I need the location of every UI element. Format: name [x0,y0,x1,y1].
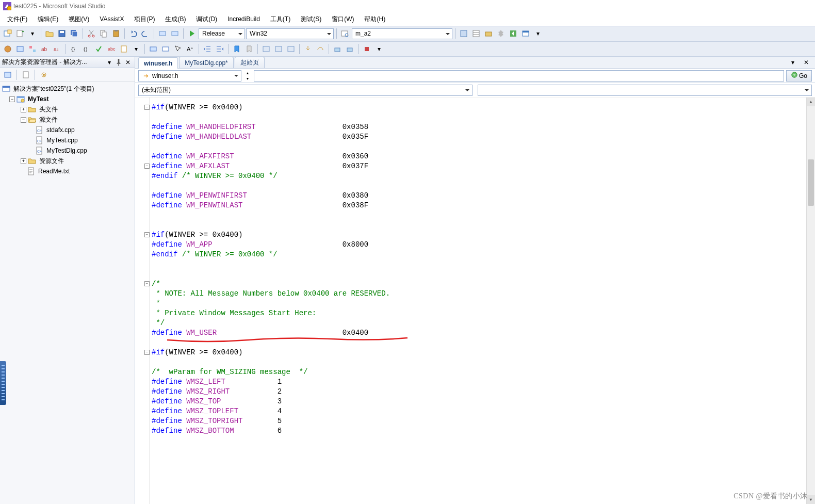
pin-icon[interactable] [114,58,123,67]
toolbox-icon[interactable] [483,28,494,39]
editor-tab[interactable]: 起始页 [235,57,265,68]
save-all-icon[interactable] [69,28,80,39]
search-combo[interactable]: m_a2 [352,28,452,39]
file-combo[interactable]: ➜ winuser.h [138,70,241,82]
close-icon[interactable]: ✕ [123,58,133,67]
tab-dropdown-icon[interactable]: ▾ [787,57,798,68]
paren-icon[interactable]: () [81,43,92,55]
expand-icon[interactable]: + [21,158,26,164]
bookmark-icon[interactable] [231,43,242,55]
paste-icon[interactable] [110,28,122,39]
goto-def-icon[interactable]: ab [39,43,51,55]
spell-icon[interactable]: abc [106,43,117,55]
vertical-scrollbar[interactable]: ▲ ▼ [806,97,815,504]
va-icon[interactable] [2,43,13,55]
class-view-icon[interactable] [14,43,26,55]
bookmark-clear-icon[interactable] [243,43,255,55]
open-icon[interactable] [44,28,55,39]
check-icon[interactable] [93,43,105,55]
fold-toggle[interactable]: − [144,164,150,169]
cursor-icon[interactable] [172,43,184,55]
dropdown-icon[interactable]: ▾ [105,58,114,67]
fold-toggle[interactable]: − [144,281,150,286]
menu-item[interactable]: 帮助(H) [360,13,389,26]
menu-item[interactable]: 窗口(W) [328,13,358,26]
build-icon[interactable] [332,43,343,55]
file-node[interactable]: C+MyTestDlg.cpp [34,145,134,156]
scrollbar-thumb[interactable] [808,159,814,206]
nav-fwd-icon[interactable] [169,28,181,39]
font-inc-icon[interactable]: A+ [185,43,196,55]
undo-icon[interactable] [127,28,139,39]
add-item-icon[interactable] [14,28,26,39]
member-combo-2[interactable] [478,85,812,96]
more3-icon[interactable]: ▾ [373,43,385,55]
menu-item[interactable]: 工具(T) [266,13,295,26]
editor-tab[interactable]: MyTestDlg.cpp* [179,57,233,68]
config-combo[interactable]: Release [199,28,245,39]
doc-icon[interactable] [118,43,129,55]
refresh-icon[interactable] [38,69,50,80]
editor-tab[interactable]: winuser.h [138,57,178,69]
menu-item[interactable]: 视图(V) [64,13,93,26]
options-icon[interactable] [495,28,507,39]
folder-resources[interactable]: +资源文件 [20,156,134,166]
platform-combo[interactable]: Win32 [246,28,334,39]
file-readme[interactable]: ReadMe.txt [20,166,134,176]
folder-headers[interactable]: +头文件 [20,104,134,115]
menu-item[interactable]: 项目(P) [130,13,159,26]
stop-build-icon[interactable] [361,43,372,55]
collapse-icon[interactable]: − [21,117,26,123]
indent-inc-icon[interactable] [214,43,225,55]
nav-prev-icon[interactable]: ▴ [243,70,252,76]
code-editor[interactable]: −−−−− #if(WINVER >= 0x0400) #define WM_H… [135,97,815,504]
more-icon[interactable]: ▾ [532,28,544,39]
brace-icon[interactable]: {} [69,43,80,55]
expand-icon[interactable]: + [21,107,26,112]
goto-impl-icon[interactable]: a↓ [52,43,63,55]
collapse-icon[interactable]: − [9,96,15,102]
solution-explorer-icon[interactable] [458,28,469,39]
fold-toggle[interactable]: − [144,105,150,110]
menu-item[interactable]: 生成(B) [161,13,190,26]
show-all-icon[interactable] [20,69,31,80]
comment-icon[interactable] [148,43,159,55]
menu-item[interactable]: 测试(S) [297,13,325,26]
go-button[interactable]: Go [786,70,812,82]
scroll-down-icon[interactable]: ▼ [807,495,815,504]
find-icon[interactable] [339,28,351,39]
solution-node[interactable]: 解决方案"test0225"(1 个项目) [1,84,134,94]
nav-next-icon[interactable]: ▾ [243,76,252,82]
copy-icon[interactable] [98,28,109,39]
start-debug-icon[interactable] [186,28,198,39]
build2-icon[interactable] [344,43,355,55]
cut-icon[interactable] [86,28,97,39]
file-node[interactable]: C+MyTest.cpp [34,135,134,145]
uncomment-icon[interactable] [160,43,171,55]
solution-tree[interactable]: 解决方案"test0225"(1 个项目) − MyTest +头文件 [0,82,135,504]
file-node[interactable]: C+stdafx.cpp [34,125,134,135]
home-icon[interactable] [2,69,13,80]
window3-icon[interactable] [285,43,297,55]
tab-close-icon[interactable]: ✕ [801,57,812,68]
menu-item[interactable]: 调试(D) [192,13,221,26]
start-page-icon[interactable] [508,28,519,39]
scroll-up-icon[interactable]: ▲ [807,97,815,106]
menu-item[interactable]: VAssistX [95,13,128,25]
menu-item[interactable]: IncrediBuild [223,13,264,25]
indent-dec-icon[interactable] [202,43,213,55]
scope-combo[interactable]: (未知范围) [138,85,472,96]
refactor-icon[interactable] [27,43,38,55]
project-node[interactable]: − MyTest [8,94,134,104]
dropdown-icon[interactable]: ▾ [27,28,38,39]
fold-toggle[interactable]: − [144,232,150,237]
save-icon[interactable] [56,28,68,39]
redo-icon[interactable] [140,28,151,39]
step-into-icon[interactable] [302,43,314,55]
window-icon[interactable] [520,28,531,39]
window2-icon[interactable] [273,43,284,55]
folder-sources[interactable]: −源文件 [20,115,134,125]
window1-icon[interactable] [260,43,272,55]
more2-icon[interactable]: ▾ [131,43,142,55]
fold-toggle[interactable]: − [144,350,150,355]
